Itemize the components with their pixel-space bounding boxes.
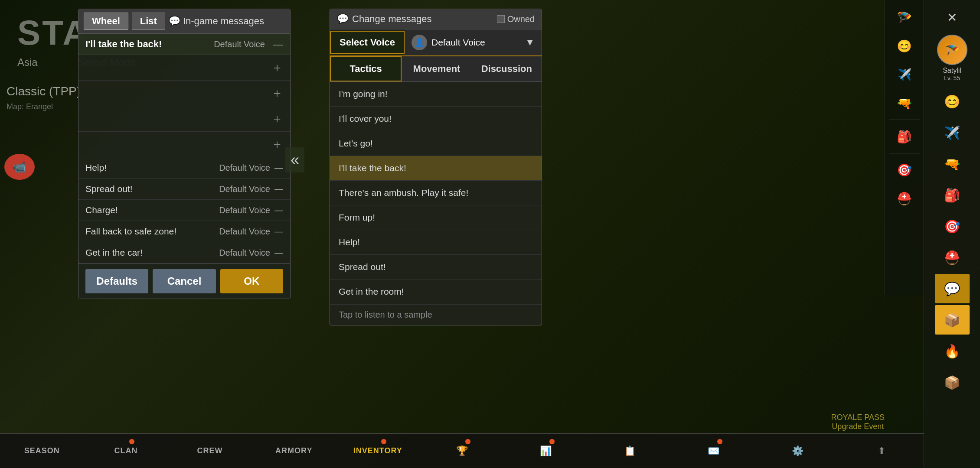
wheel-tab[interactable]: Wheel: [84, 13, 128, 30]
far-icon-gun[interactable]: 🔫: [889, 90, 920, 116]
far-right-icons: 🪂 😊 ✈️ 🔫 🎒 🎯 ⛑️: [885, 0, 924, 295]
add-slot-2-btn[interactable]: ＋: [271, 85, 283, 101]
selected-voice-label: Default Voice: [214, 39, 265, 49]
back-arrow-btn[interactable]: «: [285, 147, 304, 172]
far-icon-steering[interactable]: 🎯: [889, 157, 920, 183]
far-icon-helmet[interactable]: ⛑️: [889, 185, 920, 211]
profile-level: Lv. 55: [944, 75, 960, 81]
sidebar-box-btn[interactable]: 📦: [935, 305, 970, 335]
tab-discussion[interactable]: Discussion: [472, 56, 542, 81]
sidebar-chat-btn[interactable]: 💬: [935, 274, 970, 303]
msg-row-help[interactable]: Help! Default Voice —: [78, 157, 290, 179]
add-slot-1-btn[interactable]: ＋: [271, 59, 283, 76]
right-panel: 💬 Change messages Owned Select Voice 👤 D…: [330, 9, 542, 325]
dropdown-arrow-icon: ▼: [525, 37, 535, 48]
defaults-button[interactable]: Defaults: [85, 269, 148, 293]
voice-avatar: 👤: [412, 35, 427, 50]
right-msg-formup[interactable]: Form up!: [330, 205, 542, 230]
select-voice-btn[interactable]: Select Voice: [330, 31, 405, 54]
msg-row-getincar[interactable]: Get in the car! Default Voice —: [78, 242, 290, 263]
msg-row-charge[interactable]: Charge! Default Voice —: [78, 200, 290, 221]
nav-clan[interactable]: CLAN: [84, 434, 168, 468]
divider-1: [889, 120, 920, 120]
right-msg-spread[interactable]: Spread out!: [330, 255, 542, 280]
nav-achievements[interactable]: 🏆: [420, 434, 504, 468]
left-panel-footer: Defaults Cancel OK: [78, 263, 290, 299]
left-panel-title: 💬 In-game messages: [169, 16, 264, 27]
remove-getincar-btn[interactable]: —: [274, 248, 283, 258]
tab-movement[interactable]: Movement: [402, 56, 471, 81]
nav-mail[interactable]: ✉️: [672, 434, 756, 468]
right-msg-getinroom[interactable]: Get in the room!: [330, 280, 542, 304]
remove-selected-btn[interactable]: —: [273, 38, 283, 50]
nav-armory[interactable]: ARMORY: [252, 434, 336, 468]
up-icon: ⬆: [878, 445, 885, 457]
selected-message-row: I'll take the back! Default Voice —: [78, 34, 290, 55]
sidebar-steering-btn[interactable]: 🎯: [935, 211, 970, 241]
nav-missions[interactable]: 📋: [588, 434, 672, 468]
chat-icon-left: 💬: [169, 16, 180, 27]
profile-name: Satylil: [943, 67, 961, 75]
achievements-notification-dot: [465, 439, 470, 444]
close-button[interactable]: ✕: [939, 4, 965, 30]
left-panel: Wheel List 💬 In-game messages I'll take …: [78, 9, 291, 299]
right-msg-takeback[interactable]: I'll take the back!: [330, 156, 542, 181]
add-slot-3-btn[interactable]: ＋: [271, 110, 283, 127]
sidebar-gun-btn[interactable]: 🔫: [935, 149, 970, 179]
nav-settings[interactable]: ⚙️: [756, 434, 840, 468]
stats-icon: 📊: [540, 445, 552, 457]
mail-icon: ✉️: [708, 445, 719, 457]
nav-season[interactable]: SEASON: [0, 434, 84, 468]
slot-row-1: ＋: [78, 55, 290, 81]
slot-row-4: ＋: [78, 132, 290, 157]
sidebar-backpack-btn[interactable]: 🎒: [935, 180, 970, 210]
royale-pass-text: ROYALE PASS Upgrade Event: [831, 413, 885, 431]
right-msg-help[interactable]: Help!: [330, 230, 542, 255]
owned-checkbox[interactable]: [497, 15, 505, 23]
camera-button[interactable]: 📹: [4, 154, 35, 180]
nav-crew[interactable]: CREW: [168, 434, 252, 468]
right-panel-header: 💬 Change messages Owned: [330, 9, 542, 29]
tab-tactics[interactable]: Tactics: [330, 56, 402, 81]
add-slot-4-btn[interactable]: ＋: [271, 136, 283, 153]
right-msg-going-in[interactable]: I'm going in!: [330, 82, 542, 107]
right-panel-title: 💬 Change messages: [337, 13, 431, 25]
sidebar-aircraft-btn[interactable]: ✈️: [935, 118, 970, 147]
nav-up[interactable]: ⬆: [840, 434, 924, 468]
nav-inventory[interactable]: INVENTORY: [336, 434, 420, 468]
right-sidebar: ✕ 🪂 Satylil Lv. 55 😊 ✈️ 🔫 🎒 🎯 ⛑️ 💬 📦 🔥 📦: [924, 0, 980, 468]
list-tab[interactable]: List: [132, 13, 165, 30]
missions-icon: 📋: [624, 445, 636, 457]
sidebar-crate-btn[interactable]: 📦: [935, 367, 970, 397]
voice-dropdown[interactable]: 👤 Default Voice ▼: [405, 29, 542, 55]
right-msg-letsgo[interactable]: Let's go!: [330, 131, 542, 156]
far-icon-backpack[interactable]: 🎒: [889, 124, 920, 150]
sidebar-helmet-btn[interactable]: ⛑️: [935, 243, 970, 272]
sidebar-fire-btn[interactable]: 🔥: [935, 336, 970, 366]
category-tabs: Tactics Movement Discussion: [330, 56, 542, 82]
left-panel-header: Wheel List 💬 In-game messages: [78, 9, 290, 34]
chat-icon-right: 💬: [337, 13, 349, 25]
sidebar-emote-btn[interactable]: 😊: [935, 87, 970, 116]
right-msg-ambush[interactable]: There's an ambush. Play it safe!: [330, 181, 542, 205]
remove-help-btn[interactable]: —: [274, 163, 283, 173]
remove-charge-btn[interactable]: —: [274, 205, 283, 215]
ok-button[interactable]: OK: [220, 269, 283, 293]
bg-asia-text: Asia: [17, 56, 38, 68]
avatar: 🪂: [937, 35, 967, 65]
right-msg-cover[interactable]: I'll cover you!: [330, 107, 542, 131]
msg-row-spread[interactable]: Spread out! Default Voice —: [78, 179, 290, 200]
far-icon-emote[interactable]: 😊: [889, 33, 920, 59]
nav-stats[interactable]: 📊: [504, 434, 588, 468]
far-icon-plane[interactable]: 🪂: [889, 4, 920, 30]
owned-badge: Owned: [497, 14, 535, 24]
profile-section: 🪂 Satylil Lv. 55: [937, 35, 967, 81]
trophy-icon: 🏆: [456, 445, 468, 457]
cancel-button[interactable]: Cancel: [153, 269, 216, 293]
remove-spread-btn[interactable]: —: [274, 184, 283, 194]
msg-row-fallback[interactable]: Fall back to safe zone! Default Voice —: [78, 221, 290, 242]
tap-sample-text[interactable]: Tap to listen to a sample: [330, 304, 542, 325]
close-icon: ✕: [947, 10, 957, 25]
far-icon-aircraft[interactable]: ✈️: [889, 62, 920, 88]
remove-fallback-btn[interactable]: —: [274, 227, 283, 237]
